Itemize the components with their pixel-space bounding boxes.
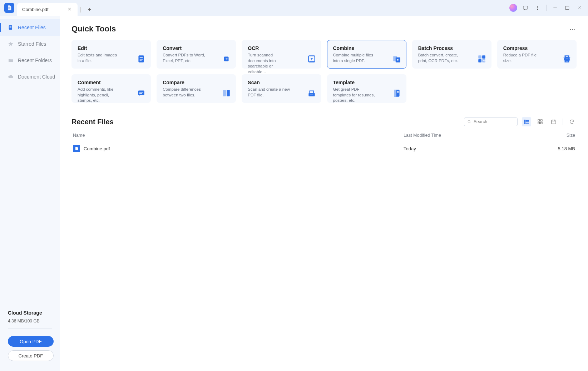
svg-marker-13 (8, 42, 13, 46)
tool-desc: Edit texts and images in a file. (78, 52, 120, 64)
column-time[interactable]: Last Modified Time (404, 133, 547, 138)
svg-rect-0 (8, 7, 10, 8)
svg-rect-24 (478, 55, 481, 59)
open-pdf-button[interactable]: Open PDF (8, 336, 54, 347)
recent-files-title: Recent Files (71, 118, 114, 126)
svg-rect-29 (139, 92, 143, 92)
svg-rect-48 (540, 120, 542, 121)
quick-tools-more-icon[interactable]: ⋯ (569, 25, 577, 33)
table-header: Name Last Modified Time Size (71, 129, 577, 141)
tool-card-batch-process[interactable]: Batch ProcessBatch convert, create, prin… (412, 40, 491, 69)
refresh-icon[interactable] (567, 117, 577, 126)
table-body: Combine.pdfToday5.18 MB (71, 141, 577, 156)
svg-rect-45 (524, 123, 525, 124)
svg-rect-32 (227, 90, 230, 96)
ocr-icon: T (307, 54, 317, 64)
tool-desc: Turn scanned documents into searchable o… (248, 52, 291, 75)
app-logo-icon[interactable] (4, 3, 14, 13)
sidebar-item-recent-files[interactable]: Recent Files (0, 19, 60, 36)
column-name[interactable]: Name (73, 133, 404, 138)
tool-title: Convert (163, 45, 230, 51)
tool-card-compress[interactable]: CompressReduce a PDF file size. (497, 40, 577, 69)
svg-rect-43 (524, 121, 525, 122)
convert-icon (221, 54, 231, 64)
tool-card-comment[interactable]: CommentAdd comments, like highlights, pe… (71, 74, 151, 103)
tool-card-scan[interactable]: ScanScan and create a new PDF file. (242, 74, 321, 103)
svg-rect-41 (524, 120, 525, 121)
tool-card-combine[interactable]: CombineCombine multiple files into a sin… (327, 40, 406, 69)
column-size[interactable]: Size (547, 133, 575, 138)
svg-rect-46 (526, 123, 529, 123)
comment-icon (136, 88, 146, 98)
close-tab-icon[interactable]: × (66, 6, 73, 12)
sidebar-label: Document Cloud (18, 74, 55, 80)
svg-rect-36 (394, 90, 396, 97)
svg-rect-51 (552, 120, 556, 124)
sidebar-item-document-cloud[interactable]: Document Cloud (0, 69, 60, 85)
tool-card-template[interactable]: TemplateGet great PDF templates for resu… (327, 74, 406, 103)
tool-card-compare[interactable]: CompareCompare differences between two f… (157, 74, 236, 103)
scan-icon (307, 88, 317, 98)
tool-title: Template (333, 80, 400, 85)
combine-icon (392, 54, 402, 64)
document-tab[interactable]: Combine.pdf × (17, 3, 78, 16)
svg-point-3 (537, 6, 538, 6)
avatar-icon[interactable] (508, 2, 519, 14)
table-row[interactable]: Combine.pdfToday5.18 MB (71, 141, 577, 156)
file-name: Combine.pdf (84, 146, 110, 151)
grid-view-icon[interactable] (535, 117, 545, 126)
menu-kebab-icon[interactable] (532, 2, 543, 14)
recent-files-toolbar (464, 117, 577, 126)
tool-desc: Combine multiple files into a single PDF… (333, 52, 376, 64)
svg-rect-34 (310, 94, 313, 94)
svg-rect-49 (538, 122, 540, 124)
search-box[interactable] (464, 117, 518, 126)
add-tab-icon[interactable]: + (85, 6, 94, 14)
calendar-view-icon[interactable] (549, 117, 558, 126)
window-close-icon[interactable] (574, 2, 585, 14)
svg-rect-1 (8, 9, 10, 9)
svg-rect-15 (140, 57, 143, 58)
svg-point-5 (537, 9, 538, 10)
svg-line-40 (470, 122, 471, 124)
sidebar-label: Recent Files (18, 25, 46, 30)
svg-rect-37 (397, 91, 399, 92)
svg-rect-7 (565, 6, 569, 9)
separator (546, 5, 547, 11)
window-maximize-icon[interactable] (562, 2, 573, 14)
sidebar-bottom: Cloud Storage 4.36 MB/100 GB Open PDF Cr… (0, 304, 60, 371)
tool-desc: Scan and create a new PDF file. (248, 87, 291, 98)
tool-card-edit[interactable]: EditEdit texts and images in a file. (71, 40, 151, 69)
svg-rect-42 (526, 120, 529, 120)
sidebar-item-recent-folders[interactable]: Recent Folders (0, 52, 60, 69)
tool-title: Comment (78, 80, 145, 85)
svg-rect-33 (308, 93, 315, 96)
svg-rect-12 (10, 27, 11, 27)
feedback-icon[interactable] (520, 2, 531, 14)
cloud-storage-title: Cloud Storage (8, 310, 52, 316)
tool-desc: Get great PDF templates for resumes, pos… (333, 87, 376, 104)
svg-rect-31 (223, 90, 226, 96)
sidebar-label: Starred Files (18, 41, 46, 47)
svg-rect-16 (140, 59, 143, 60)
tab-title: Combine.pdf (22, 7, 49, 12)
tool-card-ocr[interactable]: OCRTurn scanned documents into searchabl… (242, 40, 321, 69)
compare-icon (221, 88, 231, 98)
tool-title: Compare (163, 80, 230, 85)
tool-title: Compress (503, 45, 570, 51)
svg-rect-30 (139, 93, 142, 94)
tool-title: Batch Process (418, 45, 485, 51)
pdf-file-icon (73, 145, 80, 152)
main-content: Quick Tools ⋯ EditEdit texts and images … (60, 16, 588, 371)
batch-process-icon (477, 54, 487, 64)
tool-desc: Convert PDFs to Word, Excel, PPT, etc. (163, 52, 206, 64)
search-input[interactable] (474, 119, 514, 124)
window-minimize-icon[interactable] (549, 2, 561, 14)
sidebar-item-starred-files[interactable]: Starred Files (0, 36, 60, 52)
tool-card-convert[interactable]: ConvertConvert PDFs to Word, Excel, PPT,… (157, 40, 236, 69)
list-view-icon[interactable] (522, 117, 531, 126)
tool-title: Combine (333, 45, 400, 51)
template-icon (392, 88, 402, 98)
create-pdf-button[interactable]: Create PDF (8, 350, 54, 361)
compress-icon (562, 54, 572, 64)
